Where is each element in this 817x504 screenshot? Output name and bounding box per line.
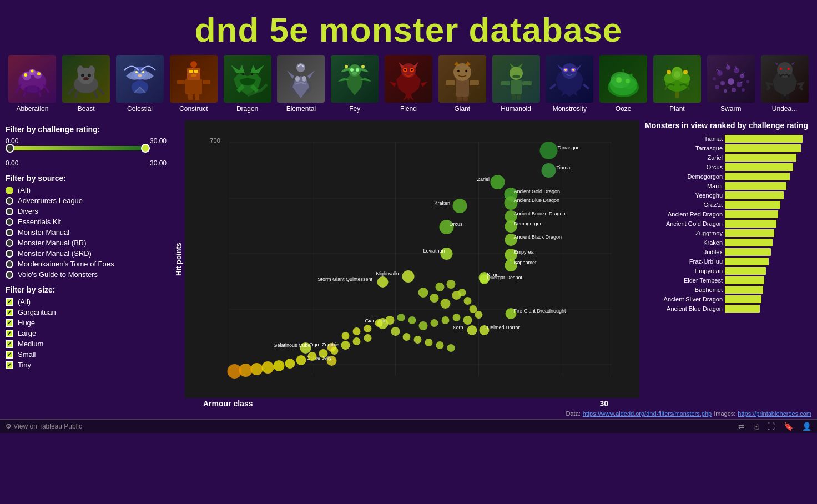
svg-line-20 (98, 88, 104, 94)
svg-point-171 (467, 325, 477, 335)
ranking-item-name: Tiamat (645, 135, 723, 142)
cr-slider-thumb-left[interactable] (6, 144, 14, 153)
svg-point-51 (361, 65, 365, 68)
svg-point-102 (728, 78, 734, 85)
size-check-small[interactable]: Small (6, 350, 167, 359)
size-check-tiny[interactable]: Tiny (6, 361, 167, 369)
monster-type-elemental[interactable]: Elemental (274, 55, 328, 115)
source-radio-mm[interactable]: Monster Manual (6, 228, 167, 236)
monster-type-swarm[interactable]: Swarm (704, 55, 758, 115)
svg-point-61 (457, 70, 460, 72)
cr-slider-track[interactable] (6, 146, 150, 150)
monster-type-dragon[interactable]: Dragon (220, 55, 274, 115)
source-radio-essentials[interactable]: Essentials Kit (6, 218, 167, 226)
svg-point-119 (788, 68, 790, 70)
cr-max-label: 30.00 (150, 137, 167, 145)
ranking-item-name: Ancient Silver Dragon (645, 296, 723, 303)
source-divers-label: Divers (18, 207, 38, 215)
svg-text:Zariel: Zariel (477, 177, 490, 182)
source-volos-label: Volo's Guide to Monsters (18, 270, 98, 279)
ranking-item-name: Elder Tempest (645, 277, 723, 284)
maximize-icon[interactable]: ⛶ (767, 422, 775, 431)
main-content: Filter by challenge rating: 0.00 30.00 0… (0, 115, 817, 408)
svg-text:Tarrasque: Tarrasque (558, 145, 580, 150)
svg-rect-64 (470, 80, 479, 85)
monster-type-ooze[interactable]: Ooze (597, 55, 650, 115)
page-header: dnd 5e monster database (0, 0, 817, 55)
celestial-image (116, 55, 164, 103)
ranking-item-name: Yeenoghu (645, 192, 723, 199)
ranking-item-name: Demogorgon (645, 173, 723, 180)
ranking-item: Marut (645, 182, 811, 190)
monster-type-undead[interactable]: Undea... (758, 55, 811, 115)
cr-slider-thumb-right[interactable] (141, 144, 150, 153)
svg-point-195 (419, 321, 428, 330)
celestial-label: Celestial (127, 105, 153, 115)
svg-line-113 (742, 72, 745, 75)
plant-image (653, 55, 701, 103)
svg-rect-66 (463, 97, 468, 101)
svg-point-75 (512, 75, 520, 78)
monster-type-fey[interactable]: Fey (328, 55, 382, 115)
footer-data-link[interactable]: https://www.aidedd.org/dnd-filters/monst… (583, 410, 712, 417)
svg-rect-28 (185, 79, 202, 94)
svg-point-213 (319, 349, 328, 358)
checkbox-tiny (6, 361, 13, 369)
bottom-bar-label: ⚙ View on Tableau Public (6, 422, 82, 430)
footer-images-link[interactable]: https://printableheroes.com (738, 410, 811, 417)
monster-type-plant[interactable]: Plant (650, 55, 704, 115)
svg-point-190 (475, 311, 483, 319)
monster-type-fiend[interactable]: Fiend (382, 55, 436, 115)
share-icon[interactable]: ⇄ (738, 422, 745, 431)
size-check-medium[interactable]: Medium (6, 340, 167, 348)
ranking-bar (725, 239, 773, 246)
svg-point-94 (674, 71, 680, 78)
size-check-large[interactable]: Large (6, 329, 167, 337)
monster-type-celestial[interactable]: Celestial (113, 55, 167, 115)
source-radio-mm-br[interactable]: Monster Manual (BR) (6, 239, 167, 247)
scatter-chart: .grid-line { stroke: #333; stroke-width:… (185, 120, 639, 398)
svg-point-107 (724, 89, 727, 93)
monster-type-humanoid[interactable]: Humanoid (489, 55, 543, 115)
svg-point-201 (353, 327, 361, 335)
size-check-huge[interactable]: Huge (6, 319, 167, 327)
svg-point-8 (24, 73, 27, 77)
size-gargantuan-label: Gargantuan (18, 308, 56, 316)
svg-point-216 (285, 359, 295, 369)
svg-point-44 (302, 76, 306, 82)
monster-type-giant[interactable]: Giant (435, 55, 489, 115)
svg-line-22 (94, 91, 97, 98)
monster-type-construct[interactable]: Construct (167, 55, 220, 115)
size-check-gargantuan[interactable]: Gargantuan (6, 308, 167, 316)
ranking-bar (725, 220, 776, 228)
ranking-bar (725, 286, 763, 294)
svg-text:Empyrean: Empyrean (514, 249, 537, 255)
svg-point-202 (342, 332, 350, 340)
source-radio-all[interactable]: (All) (6, 186, 167, 194)
cr-current-min: 0.00 (6, 159, 18, 167)
svg-text:Ancient Blue Dragon: Ancient Blue Dragon (514, 198, 560, 203)
svg-line-21 (75, 91, 78, 98)
cr-range-labels: 0.00 30.00 (6, 137, 167, 145)
swarm-image (707, 55, 755, 103)
source-radio-mm-srd[interactable]: Monster Manual (SRD) (6, 249, 167, 258)
size-large-label: Large (18, 329, 36, 337)
source-radio-mordenkainens[interactable]: Mordenkainen's Tome of Foes (6, 260, 167, 268)
svg-text:Nightwalker: Nightwalker (376, 271, 402, 276)
svg-point-212 (331, 347, 339, 355)
copy-icon[interactable]: ⎘ (754, 422, 758, 431)
bookmark-icon[interactable]: 🔖 (784, 422, 793, 431)
source-radio-volos[interactable]: Volo's Guide to Monsters (6, 270, 167, 279)
source-radio-divers[interactable]: Divers (6, 207, 167, 215)
svg-point-219 (251, 363, 263, 375)
monster-type-abberation[interactable]: Abberation (6, 55, 59, 115)
monster-type-beast[interactable]: Beast (59, 55, 113, 115)
user-icon[interactable]: 👤 (802, 422, 811, 431)
svg-text:Ogre Zombie: Ogre Zombie (310, 342, 339, 347)
svg-point-58 (453, 63, 471, 81)
chart-svg-area: .grid-line { stroke: #333; stroke-width:… (185, 120, 639, 398)
y-axis-label: Hit points (172, 120, 185, 398)
monster-type-monstrosity[interactable]: Monstrosity (543, 55, 597, 115)
size-check-all[interactable]: (All) (6, 298, 167, 306)
source-radio-adventurers[interactable]: Adventurers League (6, 196, 167, 205)
